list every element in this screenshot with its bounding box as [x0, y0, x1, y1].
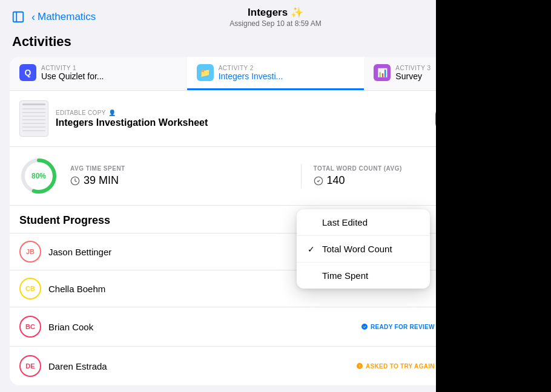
tab2-number: ACTIVITY 2	[219, 65, 283, 71]
tab-activity-1[interactable]: Q ACTIVITY 1 Use Quizlet for...	[10, 57, 187, 90]
tab2-name: Integers Investi...	[219, 71, 283, 81]
svg-point-14	[360, 367, 360, 368]
tab3-name: Survey	[395, 71, 431, 81]
folder-icon: 📁	[197, 64, 214, 81]
svg-point-12	[361, 324, 368, 330]
tab1-name: Use Quizlet for...	[41, 71, 104, 81]
sidebar-toggle-button[interactable]	[10, 8, 27, 25]
word-count-label: TOTAL WORD COUNT (AVG)	[314, 165, 402, 172]
student-name-de: Daren Estrada	[48, 361, 349, 371]
checkmark-time-spent	[308, 271, 317, 281]
badge-icon	[314, 176, 323, 186]
back-label: Mathematics	[38, 11, 96, 23]
checkmark-last-edited	[308, 218, 317, 227]
worksheet-thumbnail	[19, 100, 48, 137]
checkmark-total-word-count: ✓	[308, 244, 317, 254]
avatar-de: DE	[19, 355, 41, 377]
tab-activity-2[interactable]: 📁 ACTIVITY 2 Integers Investi...	[187, 57, 365, 90]
progress-donut: 80%	[19, 157, 58, 195]
student-name-bc: Brian Cook	[48, 322, 354, 332]
progress-title: Student Progress	[19, 214, 110, 227]
tab1-number: ACTIVITY 1	[41, 65, 104, 71]
tab3-number: ACTIVITY 3	[395, 65, 431, 71]
word-count-value: 140	[314, 174, 345, 187]
dropdown-item-last-edited[interactable]: Last Edited	[297, 209, 430, 236]
dropdown-item-total-word-count[interactable]: ✓ Total Word Count	[297, 236, 430, 263]
worksheet-title: Integers Investigation Worksheet	[56, 117, 428, 128]
tab1-labels: ACTIVITY 1 Use Quizlet for...	[41, 65, 104, 81]
sort-dropdown-menu: Last Edited ✓ Total Word Count Time Spen…	[297, 209, 430, 289]
worksheet-info: EDITABLE COPY 👤 Integers Investigation W…	[56, 109, 428, 128]
survey-icon: 📊	[374, 64, 391, 81]
tab3-labels: ACTIVITY 3 Survey	[395, 65, 431, 81]
avatar-bc: BC	[19, 316, 41, 338]
editable-badge: EDITABLE COPY 👤	[56, 109, 428, 116]
right-panel	[436, 0, 551, 392]
back-button[interactable]: ‹ Mathematics	[31, 11, 96, 24]
back-chevron-icon: ‹	[31, 11, 35, 24]
page-subtitle: Assigned Sep 10 at 8:59 AM	[229, 19, 321, 28]
tab2-labels: ACTIVITY 2 Integers Investi...	[219, 65, 283, 81]
donut-label: 80%	[31, 172, 46, 180]
status-de: ASKED TO TRY AGAIN	[356, 362, 435, 370]
top-bar-left: ‹ Mathematics	[10, 8, 441, 25]
dropdown-item-time-spent[interactable]: Time Spent	[297, 263, 430, 289]
page-title: Integers ✨	[229, 6, 321, 19]
avatar-cb: CB	[19, 278, 41, 299]
clock-icon	[70, 176, 80, 186]
try-again-icon	[356, 362, 363, 370]
ready-icon2	[361, 323, 368, 330]
stat-divider	[301, 164, 302, 188]
svg-rect-0	[13, 12, 24, 22]
status-bc: READY FOR REVIEW	[361, 323, 435, 330]
avg-time-label: AVG TIME SPENT	[70, 165, 125, 172]
avg-time-stat: AVG TIME SPENT 39 MIN	[70, 165, 289, 187]
avg-time-value: 39 MIN	[70, 174, 119, 187]
avatar-jb: JB	[19, 241, 41, 263]
quizlet-icon: Q	[19, 64, 36, 81]
page-title-center: Integers ✨ Assigned Sep 10 at 8:59 AM	[229, 6, 321, 28]
